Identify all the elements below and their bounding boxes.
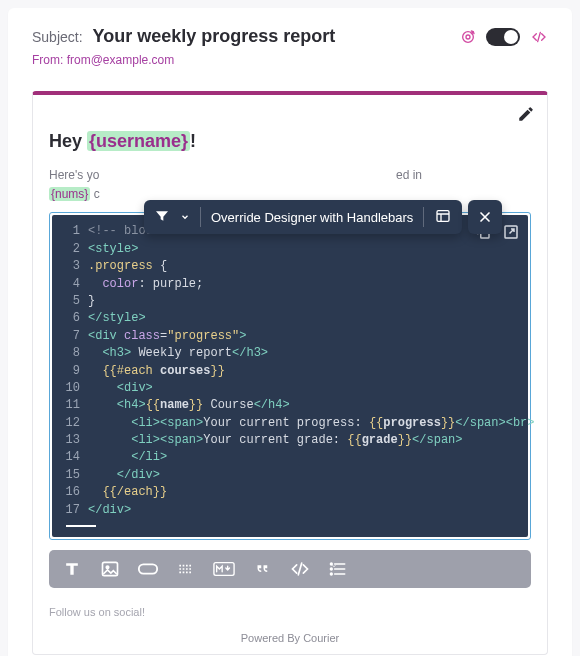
footer-social: Follow us on social! — [49, 606, 531, 618]
greeting-suffix: ! — [190, 131, 196, 151]
override-label[interactable]: Override Designer with Handlebars — [211, 210, 413, 225]
greeting-prefix: Hey — [49, 131, 87, 151]
svg-rect-6 — [139, 564, 157, 573]
chevron-down-icon[interactable] — [180, 210, 190, 225]
line-number: 5 — [58, 293, 80, 310]
line-number: 4 — [58, 276, 80, 293]
code-line[interactable]: 13 <li><span>Your current grade: {{grade… — [58, 432, 518, 449]
code-line[interactable]: 10 <div> — [58, 380, 518, 397]
edit-icon[interactable] — [517, 105, 535, 127]
close-button[interactable] — [468, 200, 502, 234]
code-line[interactable]: 4 color: purple; — [58, 276, 518, 293]
line-number: 15 — [58, 467, 80, 484]
text-block-icon[interactable] — [61, 558, 83, 580]
line-number: 10 — [58, 380, 80, 397]
body-fragment: ed in — [396, 168, 422, 182]
code-editor-frame[interactable]: 1<!-- block title -->2<style>3.progress … — [49, 212, 531, 540]
code-line[interactable]: 16 {{/each}} — [58, 484, 518, 501]
line-number: 2 — [58, 241, 80, 258]
svg-point-10 — [331, 573, 333, 575]
button-block-icon[interactable] — [137, 558, 159, 580]
svg-point-8 — [331, 563, 333, 565]
line-number: 14 — [58, 449, 80, 466]
variable-pill-nums[interactable]: {nums} — [49, 187, 90, 201]
subject-label: Subject: — [32, 29, 83, 45]
code-editor[interactable]: 1<!-- block title -->2<style>3.progress … — [52, 215, 528, 537]
code-line[interactable]: 3.progress { — [58, 258, 518, 275]
expand-icon[interactable] — [502, 223, 520, 245]
code-cursor — [66, 525, 96, 527]
code-line[interactable]: 2<style> — [58, 241, 518, 258]
panel-icon[interactable] — [434, 208, 452, 227]
svg-point-9 — [331, 568, 333, 570]
line-number: 1 — [58, 223, 80, 240]
from-label: From: — [32, 53, 63, 67]
code-line[interactable]: 12 <li><span>Your current progress: {{pr… — [58, 415, 518, 432]
variable-pill-username[interactable]: {username} — [87, 131, 190, 151]
body-fragment: c — [90, 187, 99, 201]
context-toolbar: Override Designer with Handlebars — [144, 200, 462, 234]
line-number: 6 — [58, 310, 80, 327]
code-line[interactable]: 11 <h4>{{name}} Course</h4> — [58, 397, 518, 414]
subject-value[interactable]: Your weekly progress report — [93, 26, 336, 47]
code-line[interactable]: 9 {{#each courses}} — [58, 363, 518, 380]
code-line[interactable]: 6</style> — [58, 310, 518, 327]
greeting-line: Hey {username}! — [49, 131, 531, 152]
divider-block-icon[interactable] — [175, 558, 197, 580]
from-value[interactable]: from@example.com — [67, 53, 175, 67]
body-fragment: Here's yo — [49, 168, 99, 182]
markdown-block-icon[interactable] — [213, 558, 235, 580]
filter-icon[interactable] — [154, 208, 170, 227]
quote-block-icon[interactable] — [251, 558, 273, 580]
list-block-icon[interactable] — [327, 558, 349, 580]
powered-by: Powered By Courier — [49, 632, 531, 644]
code-line[interactable]: 8 <h3> Weekly report</h3> — [58, 345, 518, 362]
toggle-switch[interactable] — [486, 28, 520, 46]
code-block-icon[interactable] — [289, 558, 311, 580]
line-number: 8 — [58, 345, 80, 362]
code-line[interactable]: 14 </li> — [58, 449, 518, 466]
code-line[interactable]: 7<div class="progress"> — [58, 328, 518, 345]
svg-point-1 — [466, 35, 470, 39]
code-line[interactable]: 15 </div> — [58, 467, 518, 484]
svg-point-5 — [106, 566, 109, 569]
target-icon[interactable] — [460, 29, 476, 45]
code-icon[interactable] — [530, 29, 548, 45]
line-number: 11 — [58, 397, 80, 414]
body-text: Here's yo ed in {nums} c — [49, 166, 531, 204]
format-toolbar — [49, 550, 531, 588]
line-number: 3 — [58, 258, 80, 275]
line-number: 17 — [58, 502, 80, 519]
svg-rect-11 — [437, 210, 449, 221]
image-block-icon[interactable] — [99, 558, 121, 580]
line-number: 12 — [58, 415, 80, 432]
code-line[interactable]: 5} — [58, 293, 518, 310]
line-number: 7 — [58, 328, 80, 345]
line-number: 9 — [58, 363, 80, 380]
code-line[interactable]: 17</div> — [58, 502, 518, 519]
email-canvas[interactable]: Hey {username}! Here's yo ed in {nums} c — [32, 91, 548, 655]
line-number: 16 — [58, 484, 80, 501]
line-number: 13 — [58, 432, 80, 449]
